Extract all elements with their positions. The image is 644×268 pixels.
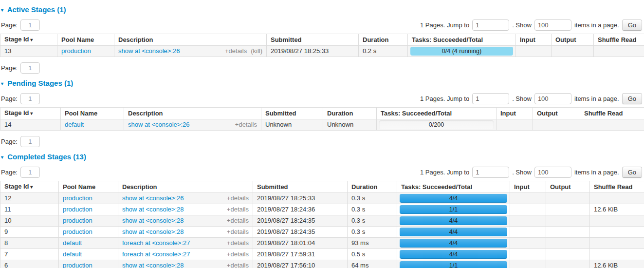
column-header-output[interactable]: Output (552, 34, 594, 46)
description-link[interactable]: foreach at <console>:27 (122, 250, 190, 258)
column-header-output[interactable]: Output (546, 181, 590, 193)
column-header-duration[interactable]: Duration (348, 181, 397, 193)
page-label: Page: (1, 138, 18, 145)
details-link[interactable]: +details (227, 206, 249, 213)
details-link[interactable]: +details (227, 262, 249, 268)
cell-submitted: Unknown (261, 119, 323, 131)
page-number-input[interactable] (20, 93, 40, 104)
column-header-pool-name[interactable]: Pool Name (59, 181, 118, 193)
details-link[interactable]: +details (227, 229, 249, 235)
pool-name-link[interactable]: production (63, 217, 92, 224)
cell-shuffle-read: 12.6 KiB (590, 204, 644, 215)
jump-to-page-input[interactable] (472, 19, 509, 31)
pages-count-text: 1 Pages. Jump to (420, 169, 469, 176)
column-header-description[interactable]: Description (124, 108, 261, 119)
pages-count-text: 1 Pages. Jump to (420, 95, 469, 102)
column-header-tasks-succeeded-total[interactable]: Tasks: Succeeded/Total (397, 181, 510, 193)
cell-stage-id: 11 (0, 204, 59, 215)
column-header-duration[interactable]: Duration (323, 108, 377, 119)
cell-input (497, 119, 533, 131)
show-text: . Show (512, 169, 532, 176)
column-header-input[interactable]: Input (510, 181, 546, 193)
section-title-label: Completed Stages (13) (7, 153, 86, 161)
go-button[interactable]: Go (622, 167, 642, 178)
section-title-active-stages[interactable]: ▾ Active Stages (1) (1, 6, 644, 14)
cell-pool-name: production (59, 215, 118, 227)
description-link[interactable]: show at <console>:28 (122, 228, 184, 235)
details-link[interactable]: +details (227, 240, 249, 247)
cell-submitted: 2019/08/27 18:25:33 (267, 46, 359, 57)
column-header-pool-name[interactable]: Pool Name (57, 34, 114, 46)
go-button[interactable]: Go (622, 19, 642, 31)
page-label: Page: (1, 95, 18, 102)
table-header-row: Stage Id ▾Pool NameDescriptionSubmittedD… (0, 181, 644, 193)
cell-stage-id: 8 (0, 238, 59, 249)
tasks-progress-label: 0/4 (4 running) (410, 47, 513, 56)
column-header-tasks-succeeded-total[interactable]: Tasks: Succeeded/Total (408, 34, 516, 46)
description-link[interactable]: show at <console>:28 (122, 206, 184, 213)
cell-description: +detailsshow at <console>:26 (118, 193, 253, 204)
column-header-description[interactable]: Description (114, 34, 267, 46)
pool-name-link[interactable]: production (63, 194, 92, 202)
section-title-pending-stages[interactable]: ▾ Pending Stages (1) (1, 79, 644, 88)
pool-name-link[interactable]: default (65, 121, 84, 128)
column-header-input[interactable]: Input (516, 34, 552, 46)
description-link[interactable]: show at <console>:26 (128, 121, 189, 128)
page-number-input[interactable] (20, 136, 40, 147)
column-header-tasks-succeeded-total[interactable]: Tasks: Succeeded/Total (377, 108, 497, 119)
cell-input (510, 249, 546, 260)
description-link[interactable]: show at <console>:26 (122, 194, 184, 202)
column-header-stage-id[interactable]: Stage Id ▾ (0, 34, 57, 46)
cell-input (510, 260, 546, 268)
column-header-stage-id[interactable]: Stage Id ▾ (0, 108, 61, 119)
details-link[interactable]: +details (227, 195, 249, 202)
items-per-page-input[interactable] (534, 167, 571, 178)
pool-name-link[interactable]: production (63, 262, 92, 268)
cell-description: +detailsforeach at <console>:27 (118, 249, 253, 260)
section-title-completed-stages[interactable]: ▾ Completed Stages (13) (1, 153, 644, 161)
kill-link[interactable]: (kill) (251, 48, 262, 55)
column-header-shuffle-read[interactable]: Shuffle Read (580, 108, 644, 119)
column-header-shuffle-read[interactable]: Shuffle Read (594, 34, 644, 46)
description-link[interactable]: foreach at <console>:27 (122, 239, 190, 247)
jump-to-page-input[interactable] (472, 93, 509, 104)
stage-row: 8default+detailsforeach at <console>:272… (0, 238, 644, 249)
column-header-submitted[interactable]: Submitted (267, 34, 359, 46)
description-link[interactable]: show at <console>:28 (122, 262, 184, 268)
stage-row: 14default+detailsshow at <console>:26Unk… (0, 119, 644, 131)
stage-row: 7default+detailsforeach at <console>:272… (0, 249, 644, 260)
column-header-input[interactable]: Input (497, 108, 533, 119)
jump-to-page-input[interactable] (472, 167, 509, 178)
items-per-page-input[interactable] (534, 93, 571, 104)
column-header-stage-id[interactable]: Stage Id ▾ (0, 181, 59, 193)
column-header-pool-name[interactable]: Pool Name (61, 108, 124, 119)
cell-shuffle-read (590, 215, 644, 227)
items-per-page-input[interactable] (534, 19, 571, 31)
pool-name-link[interactable]: production (63, 228, 92, 235)
details-link[interactable]: +details (227, 217, 249, 224)
description-link[interactable]: show at <console>:28 (122, 217, 184, 224)
pool-name-link[interactable]: default (63, 239, 82, 247)
cell-stage-id: 7 (0, 249, 59, 260)
tasks-progress-label: 4/4 (400, 228, 507, 236)
cell-pool-name: production (59, 227, 118, 238)
details-link[interactable]: +details (235, 121, 257, 128)
go-button[interactable]: Go (622, 93, 642, 104)
column-header-description[interactable]: Description (118, 181, 253, 193)
column-header-output[interactable]: Output (533, 108, 580, 119)
pool-name-link[interactable]: production (63, 206, 92, 213)
description-link[interactable]: show at <console>:26 (118, 47, 180, 55)
page-number-input[interactable] (20, 62, 40, 74)
tasks-progress-bar: 4/4 (400, 239, 507, 248)
tasks-progress-bar: 4/4 (400, 194, 507, 203)
pool-name-link[interactable]: production (61, 47, 91, 55)
page-number-input[interactable] (20, 19, 40, 31)
column-header-submitted[interactable]: Submitted (261, 108, 323, 119)
details-link[interactable]: +details (225, 48, 247, 55)
column-header-submitted[interactable]: Submitted (253, 181, 348, 193)
column-header-duration[interactable]: Duration (359, 34, 408, 46)
details-link[interactable]: +details (227, 251, 249, 258)
page-number-input[interactable] (20, 167, 40, 178)
column-header-shuffle-read[interactable]: Shuffle Read (590, 181, 644, 193)
pool-name-link[interactable]: default (63, 250, 82, 258)
